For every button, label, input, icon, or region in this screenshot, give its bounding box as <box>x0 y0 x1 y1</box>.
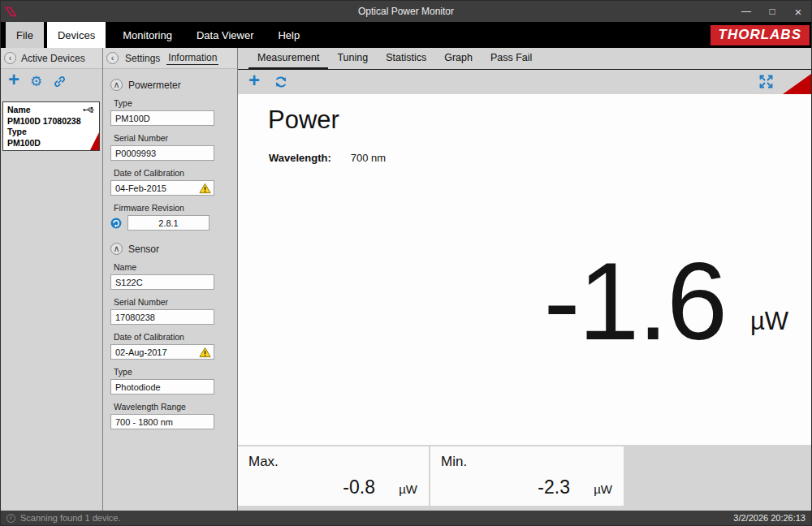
devices-toolbar: + ⚙ <box>1 69 102 93</box>
thorlabs-logo: THORLABS <box>710 25 810 45</box>
device-card[interactable]: Name PM100D 17080238 Type PM100D <box>2 101 100 151</box>
field-label: Serial Number <box>114 133 229 143</box>
wavelength-label: Wavelength: <box>269 152 331 164</box>
field-label: Name <box>114 262 229 272</box>
info-icon: i <box>6 514 15 523</box>
powermeter-section-title: Powermeter <box>128 80 181 91</box>
tab-settings[interactable]: Settings <box>123 53 162 64</box>
warning-icon <box>199 347 211 358</box>
tab-pass-fail[interactable]: Pass Fail <box>482 52 541 69</box>
refresh-firmware-icon[interactable] <box>110 218 122 229</box>
field-label: Wavelength Range <box>114 402 229 412</box>
power-reading-value: -1.6 <box>543 247 726 356</box>
field-label: Firmware Revision <box>114 203 229 213</box>
sensor-serial-input[interactable]: 17080238 <box>110 309 214 325</box>
field-value: 02-Aug-2017 <box>115 347 167 357</box>
fullscreen-expand-icon[interactable] <box>758 74 774 89</box>
titlebar: Optical Power Monitor — □ × <box>1 1 811 22</box>
max-unit: µW <box>399 482 417 496</box>
tab-information[interactable]: Information <box>166 52 218 65</box>
field-label: Type <box>114 98 229 108</box>
device-name-value: PM100D 17080238 <box>7 116 95 127</box>
min-value: -2.3 <box>538 476 570 498</box>
window-title: Optical Power Monitor <box>1 6 811 17</box>
add-measurement-icon[interactable]: + <box>248 71 260 90</box>
measurement-title: Power <box>268 106 339 135</box>
field-label: Date of Calibration <box>114 332 229 342</box>
menu-monitoring[interactable]: Monitoring <box>110 22 184 48</box>
powermeter-calibration-input[interactable]: 04-Feb-2015 <box>110 180 214 196</box>
tab-measurement[interactable]: Measurement <box>248 52 328 69</box>
field-value: 17080238 <box>115 313 155 322</box>
close-button[interactable]: × <box>785 1 811 22</box>
measurement-toolbar: + <box>238 70 811 94</box>
field-value: PM100D <box>115 114 150 123</box>
menu-help[interactable]: Help <box>266 22 312 48</box>
measurement-display: Power Wavelength: 700 nm -1.6 µW <box>238 94 811 445</box>
active-devices-header: ‹ Active Devices <box>1 48 102 69</box>
minimize-button[interactable]: — <box>733 1 759 22</box>
sensor-calibration-input[interactable]: 02-Aug-2017 <box>110 344 214 360</box>
maximize-button[interactable]: □ <box>759 1 785 22</box>
max-value: -0.8 <box>343 476 375 498</box>
collapse-panel-icon[interactable]: ‹ <box>4 52 16 64</box>
wavelength-row: Wavelength: 700 nm <box>269 152 386 164</box>
usb-icon <box>83 106 95 114</box>
device-type-value: PM100D <box>7 138 95 149</box>
powermeter-section-header[interactable]: ∧ Powermeter <box>110 79 229 91</box>
status-timestamp: 3/2/2026 20:26:13 <box>733 513 806 523</box>
power-reading-unit: µW <box>750 307 788 336</box>
app-window: Optical Power Monitor — □ × File Devices… <box>0 0 812 526</box>
device-card-corner-triangle <box>90 132 99 150</box>
collapse-panel-icon[interactable]: ‹ <box>106 52 119 64</box>
tab-graph[interactable]: Graph <box>435 52 482 69</box>
powermeter-serial-input[interactable]: P0009993 <box>110 145 214 161</box>
window-controls: — □ × <box>733 1 811 22</box>
powermeter-type-input[interactable]: PM100D <box>110 110 214 126</box>
firmware-row: 2.8.1 <box>110 215 229 231</box>
tab-tuning[interactable]: Tuning <box>328 52 377 69</box>
active-devices-panel: ‹ Active Devices + ⚙ Name PM100D 1708023… <box>1 48 103 511</box>
field-value: 700 - 1800 nm <box>115 417 173 427</box>
sensor-wavelength-range-input[interactable]: 700 - 1800 nm <box>110 414 214 429</box>
menu-bar: File Devices Monitoring Data Viewer Help… <box>1 22 811 48</box>
status-message: Scanning found 1 device. <box>20 513 121 523</box>
information-content: ∧ Powermeter Type PM100D Serial Number P… <box>103 69 237 429</box>
device-name-label: Name <box>7 105 31 116</box>
sensor-section-header[interactable]: ∧ Sensor <box>110 243 229 255</box>
refresh-icon[interactable] <box>273 74 289 90</box>
tab-statistics[interactable]: Statistics <box>377 52 435 69</box>
chevron-up-icon[interactable]: ∧ <box>110 79 123 91</box>
measurement-panel: Measurement Tuning Statistics Graph Pass… <box>238 48 811 511</box>
field-label: Date of Calibration <box>114 168 229 178</box>
menu-data-viewer[interactable]: Data Viewer <box>184 22 266 48</box>
information-panel-header: ‹ Settings Information <box>103 48 237 69</box>
gear-icon[interactable]: ⚙ <box>30 75 42 88</box>
min-label: Min. <box>441 454 467 470</box>
field-value: 04-Feb-2015 <box>115 183 166 193</box>
link-icon[interactable] <box>53 75 67 88</box>
device-type-label: Type <box>7 127 95 138</box>
device-name-row: Name <box>7 105 95 116</box>
sensor-type-input[interactable]: Photodiode <box>110 379 214 394</box>
field-value: 2.8.1 <box>158 218 178 228</box>
menu-file[interactable]: File <box>6 22 44 48</box>
field-value: P0009993 <box>115 149 156 158</box>
field-value: S122C <box>115 278 143 287</box>
chevron-up-icon[interactable]: ∧ <box>110 243 123 255</box>
field-label: Type <box>114 367 229 377</box>
firmware-revision-input[interactable]: 2.8.1 <box>127 215 209 231</box>
status-bar: i Scanning found 1 device. 3/2/2026 20:2… <box>1 511 811 525</box>
field-value: Photodiode <box>115 382 161 392</box>
min-box: Min. -2.3 µW <box>430 446 624 506</box>
corner-triangle-decoration <box>783 74 811 94</box>
measurement-tabbar: Measurement Tuning Statistics Graph Pass… <box>238 48 811 70</box>
max-box: Max. -0.8 µW <box>238 446 429 506</box>
menu-devices[interactable]: Devices <box>47 22 106 48</box>
sensor-name-input[interactable]: S122C <box>110 274 214 290</box>
wavelength-value[interactable]: 700 nm <box>351 152 386 164</box>
max-label: Max. <box>248 454 279 470</box>
information-panel: ‹ Settings Information ∧ Powermeter Type… <box>103 48 238 511</box>
add-device-icon[interactable]: + <box>8 70 19 89</box>
min-unit: µW <box>594 482 612 496</box>
